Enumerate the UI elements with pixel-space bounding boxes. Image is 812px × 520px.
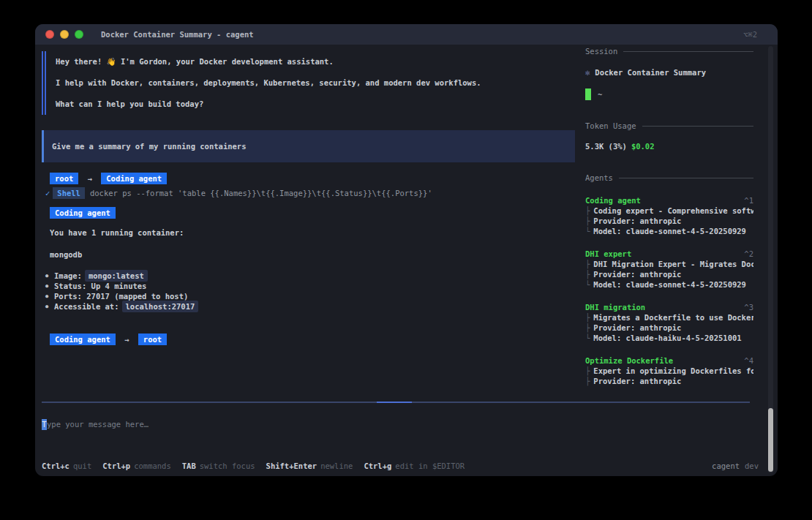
agent-item[interactable]: Coding agent^1├Coding expert - Comprehen… <box>585 195 753 236</box>
token-usage-value: 5.3K (3%)$0.02 <box>585 142 655 151</box>
minimize-button[interactable] <box>60 30 69 39</box>
container-name: mongodb <box>50 249 82 260</box>
tree-branch-icon: ├ <box>585 270 590 279</box>
agent-detail-text: Provider: anthropic <box>593 216 681 225</box>
agent-detail-line: ├Provider: anthropic <box>585 376 753 386</box>
agent-badge-root: root <box>138 334 167 345</box>
agent-badge-coding-agent: Coding agent <box>50 207 116 219</box>
terminal-window: Docker Container Summary - cagent ⌥⌘2 He… <box>35 24 778 476</box>
message-input[interactable]: Type your message here… <box>42 418 149 430</box>
token-usage-header-label: Token Usage <box>585 121 636 130</box>
agent-detail-line: ├DHI Migration Expert - Migrates Doc… <box>585 259 753 269</box>
maximize-button[interactable] <box>75 30 83 39</box>
container-detail-item: ●Image:mongo:latest <box>45 271 198 281</box>
agent-detail-text: Provider: anthropic <box>593 270 681 279</box>
agent-detail-text: Migrates a Dockerfile to use Docker… <box>593 313 753 322</box>
hotkey-key: Shift+Enter <box>266 461 317 470</box>
hotkey-hint: Shift+Enternewline <box>266 461 353 470</box>
close-button[interactable] <box>45 30 54 39</box>
agent-detail-text: Model: claude-sonnet-4-5-20250929 <box>593 227 746 235</box>
container-detail-item: ●Status: Up 4 minutes <box>45 281 198 291</box>
container-detail-item: ●Ports: 27017 (mapped to host) <box>45 291 198 301</box>
token-usage-section-header: Token Usage <box>585 121 753 131</box>
token-count: 5.3K (3%) <box>585 142 627 151</box>
cursor-block-icon <box>585 88 591 100</box>
tool-command: docker ps --format 'table {{.Names}}\t{{… <box>90 189 432 197</box>
hotkey-key: Ctrl+g <box>364 461 391 470</box>
detail-text: Accessible at: <box>54 301 119 312</box>
hotkey-action: newline <box>320 461 353 470</box>
handoff-arrow-icon: → <box>124 335 129 344</box>
divider-accent <box>377 402 412 403</box>
agent-hotkey: ^4 <box>744 355 753 366</box>
statusbar: Ctrl+cquitCtrl+pcommandsTABswitch focusS… <box>42 461 759 470</box>
user-message-text: Give me a summary of my running containe… <box>52 142 247 151</box>
agent-detail-text: Provider: anthropic <box>593 377 681 385</box>
bullet-icon: ● <box>45 301 54 312</box>
app-name: cagent <box>712 461 740 470</box>
input-divider <box>42 402 750 403</box>
app-version-label: cagentdev <box>712 461 759 470</box>
agent-item-header: Coding agent^1 <box>585 195 753 206</box>
agent-hotkey: ^3 <box>744 302 753 312</box>
app-version-tag: dev <box>745 461 759 470</box>
agent-item[interactable]: Optimize Dockerfile^4├Expert in optimizi… <box>585 355 753 386</box>
hotkey-hints: Ctrl+cquitCtrl+pcommandsTABswitch focusS… <box>42 461 465 470</box>
container-detail-item: ●Accessible at:localhost:27017 <box>45 301 198 312</box>
tree-branch-icon: ├ <box>585 323 590 332</box>
handoff-arrow-icon: → <box>88 174 92 183</box>
session-section-header: Session <box>585 46 753 56</box>
working-directory: ~ <box>598 90 602 99</box>
hotkey-key: Ctrl+c <box>42 461 69 470</box>
detail-text: Ports: 27017 (mapped to host) <box>54 291 188 301</box>
text-cursor: T <box>42 419 47 430</box>
session-star-icon: ✻ <box>585 68 590 77</box>
hotkey-action: commands <box>134 461 171 470</box>
agent-name: Coding agent <box>585 195 641 206</box>
agent-detail-text: Coding expert - Comprehensive softw… <box>593 206 753 215</box>
hotkey-action: quit <box>73 461 91 470</box>
detail-text: Image: <box>54 271 82 281</box>
tree-branch-icon: └ <box>585 280 590 289</box>
agent-detail-text: Provider: anthropic <box>593 323 681 332</box>
agent-hotkey: ^1 <box>744 195 753 206</box>
session-name: Docker Container Summary <box>595 68 706 77</box>
scrollbar-thumb[interactable] <box>768 408 773 472</box>
agent-detail-line: ├Provider: anthropic <box>585 216 753 226</box>
hotkey-action: edit in $EDITOR <box>395 461 465 470</box>
agent-detail-line: ├Provider: anthropic <box>585 323 753 333</box>
hotkey-hint: Ctrl+gedit in $EDITOR <box>364 461 465 470</box>
agent-name: DHI migration <box>585 302 645 312</box>
agent-item[interactable]: DHI expert^2├DHI Migration Expert - Migr… <box>585 249 753 290</box>
hotkey-key: TAB <box>182 461 196 470</box>
session-name-row[interactable]: ✻ Docker Container Summary <box>585 68 706 77</box>
agent-item-header: DHI migration^3 <box>585 302 753 312</box>
agent-badge-coding-agent: Coding agent <box>50 334 116 345</box>
agent-detail-text: Model: claude-haiku-4-5-20251001 <box>593 334 741 342</box>
assistant-welcome-message: Hey there! 👋 I'm Gordon, your Docker dev… <box>42 51 481 115</box>
hotkey-action: switch focus <box>200 461 255 470</box>
agent-item-header: DHI expert^2 <box>585 249 753 259</box>
scrollbar-track[interactable] <box>768 46 773 473</box>
bullet-icon: ● <box>45 281 54 291</box>
check-icon: ✓ <box>45 189 50 197</box>
agent-item[interactable]: DHI migration^3├Migrates a Dockerfile to… <box>585 302 753 343</box>
agent-name: Optimize Dockerfile <box>585 355 673 366</box>
response-summary: You have 1 running container: <box>50 227 184 238</box>
tree-branch-icon: ├ <box>585 260 590 268</box>
welcome-line: What can I help you build today? <box>56 94 481 115</box>
agent-handoff-row: root → Coding agent <box>50 173 167 184</box>
agent-hotkey: ^2 <box>744 249 753 259</box>
agent-badge-coding-agent: Coding agent <box>101 173 167 184</box>
working-directory-row: ~ <box>585 88 602 100</box>
agent-detail-line: └Model: claude-haiku-4-5-20251001 <box>585 333 753 343</box>
tool-call-row: ✓Shelldocker ps --format 'table {{.Names… <box>45 187 432 199</box>
response-agent-row: Coding agent <box>50 207 116 219</box>
tool-name-chip: Shell <box>53 187 85 199</box>
welcome-line: Hey there! 👋 I'm Gordon, your Docker dev… <box>56 51 481 72</box>
user-message: Give me a summary of my running containe… <box>42 130 575 162</box>
input-placeholder: ype your message here… <box>47 420 149 429</box>
bullet-icon: ● <box>45 291 54 301</box>
bullet-icon: ● <box>45 271 54 281</box>
welcome-line: I help with Docker, containers, deployme… <box>56 72 481 94</box>
